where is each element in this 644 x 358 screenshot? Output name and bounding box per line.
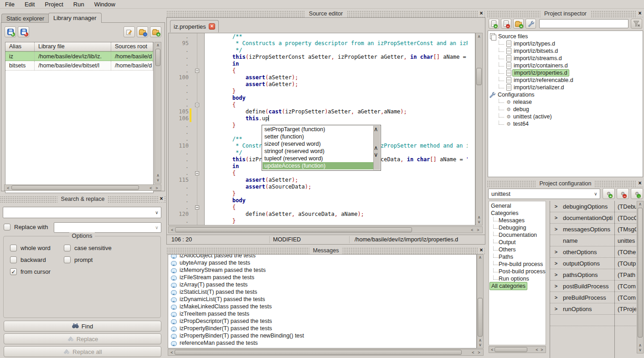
category-item[interactable]: Documentation [491, 231, 546, 239]
expand-arrow-icon[interactable]: > [550, 249, 562, 255]
fold-collapse-icon[interactable] [195, 171, 199, 175]
completion-item[interactable]: updateAccess (function) [263, 162, 373, 169]
property-row[interactable]: >preBuildProcess(TCom [550, 292, 636, 303]
property-row[interactable]: >messagesOptions(TMsgO [550, 224, 636, 235]
library-table-vscroll[interactable]: ∧ ∧∨ [155, 42, 161, 184]
grid-vscroll[interactable]: ∧ ∧∨ [637, 201, 644, 353]
close-icon[interactable]: × [158, 195, 165, 202]
category-item[interactable]: Run options [491, 275, 546, 282]
checkbox[interactable] [10, 245, 17, 251]
property-row[interactable]: >runOptions(TProje [550, 303, 636, 315]
message-item[interactable]: izStaticList(T) passed the tests [168, 288, 476, 296]
editor-vscroll[interactable]: ∧ ∧∨ [475, 33, 483, 225]
tree-node-source-files[interactable]: Source files [490, 33, 528, 40]
menu-item-window[interactable]: Window [89, 1, 120, 8]
remove-library-button[interactable]: − [18, 26, 29, 37]
find-button[interactable]: Find [4, 321, 161, 332]
close-icon[interactable]: × [478, 247, 484, 254]
message-item[interactable]: referenceMan passed the tests [168, 339, 476, 347]
property-row[interactable]: >outputOptions(TOutp [550, 258, 636, 269]
message-item[interactable]: izArray(T) passed the tests [168, 281, 476, 288]
completion-item[interactable]: setPropTarget (function) [263, 126, 373, 133]
expand-arrow-icon[interactable]: > [550, 226, 562, 232]
category-item[interactable]: Others [491, 246, 546, 253]
project-tools-button[interactable] [526, 19, 536, 29]
tree-item-file[interactable]: import/iz/properties.d [496, 69, 567, 77]
edit-library-button[interactable] [124, 26, 135, 37]
configuration-property-grid[interactable]: >debugingOptions(TDebu>documentationOpti… [550, 201, 636, 358]
inspector-filter-input[interactable] [539, 19, 629, 28]
library-table-hscroll[interactable]: < <> [4, 184, 161, 191]
column-header[interactable]: Library file [35, 42, 111, 51]
messages-hscroll[interactable]: < <> [168, 349, 484, 356]
completion-item[interactable]: setter (function) [263, 133, 373, 140]
checkbox[interactable]: ✓ [10, 268, 17, 275]
remove-configuration-button[interactable]: ⚙− [617, 188, 629, 199]
property-row[interactable]: nameunittes [550, 235, 636, 246]
category-item[interactable]: Post-build process [491, 268, 546, 275]
expand-arrow-icon[interactable]: > [550, 295, 562, 300]
editor-tab-iz-properties[interactable]: iz.properties × [170, 20, 219, 32]
close-icon[interactable]: × [637, 10, 643, 17]
message-item[interactable]: izPropertyBinder(T) passed the tests [168, 325, 476, 332]
property-row[interactable]: >pathsOptions(TPath [550, 269, 636, 281]
tree-item-file[interactable]: import/iz/types.d [496, 40, 555, 47]
expand-arrow-icon[interactable]: > [550, 272, 562, 277]
message-item[interactable]: ubyteArray passed the tests [168, 259, 476, 266]
category-item[interactable]: Output [491, 239, 546, 246]
expand-arrow-icon[interactable]: > [550, 306, 562, 312]
category-root[interactable]: Categories [491, 210, 546, 217]
message-item[interactable]: izMakeLinkedClass passed the tests [168, 303, 476, 310]
expand-arrow-icon[interactable]: > [550, 261, 562, 266]
tree-item-file[interactable]: import/iz/bitsets.d [496, 47, 558, 55]
property-row[interactable]: >documentationOpti(TDocO [550, 212, 636, 224]
project-tree[interactable]: Source filesimport/iz/types.dimport/iz/b… [488, 31, 643, 177]
completion-scrollbar[interactable]: ∧ ∧∨ [373, 126, 380, 170]
property-row[interactable]: >debugingOptions(TDebu [550, 201, 636, 212]
category-item[interactable]: Pre-build process [491, 261, 546, 268]
category-item[interactable]: Paths [491, 253, 546, 261]
column-header[interactable]: Alias [5, 42, 35, 51]
add-configuration-button[interactable]: ⚙+ [603, 188, 615, 199]
sync-configuration-button[interactable]: ⚙→ [631, 188, 643, 199]
tree-item-configuration[interactable]: ⚙test64 [496, 120, 529, 128]
checkbox[interactable] [64, 256, 71, 263]
code-editor[interactable]: .95....100....105106...110....115....120… [168, 33, 475, 225]
tab-library-manager[interactable]: Library manager [48, 13, 102, 23]
close-icon[interactable]: × [637, 180, 643, 187]
menu-item-project[interactable]: Project [40, 1, 68, 8]
fold-collapse-icon[interactable] [195, 205, 199, 210]
message-item[interactable]: izMemoryStream passed the tests [168, 266, 476, 274]
view-library-sources-button[interactable]: ◦ [137, 26, 148, 37]
search-term-combobox[interactable]: ∨ [3, 207, 161, 218]
categories-hscroll[interactable]: < <> [489, 346, 546, 353]
completion-item[interactable]: tupleof (reserved word) [263, 155, 373, 162]
property-row[interactable]: >otherOptions(TOthe [550, 246, 636, 258]
tree-item-file[interactable]: import/iz/serializer.d [496, 84, 564, 91]
tab-close-icon[interactable]: × [209, 23, 215, 30]
add-folder-button[interactable]: + [513, 19, 524, 29]
add-sources-folder-button[interactable]: + [150, 26, 161, 37]
table-row[interactable]: bitsets/home/basile/dev/bitset/l/home/ba… [5, 61, 153, 71]
editor-hscroll[interactable]: < <> [168, 226, 483, 233]
fold-collapse-icon[interactable] [195, 69, 199, 73]
messages-list[interactable]: izAllocObject passed the testsubyteArray… [168, 254, 477, 348]
menu-item-edit[interactable]: Edit [20, 1, 40, 8]
message-item[interactable]: izDynamicList(T) passed the tests [168, 296, 476, 303]
menu-item-file[interactable]: File [0, 1, 20, 8]
category-item[interactable]: Messages [491, 217, 546, 224]
tree-item-configuration[interactable]: ⚙unittest (active) [496, 113, 552, 120]
expand-arrow-icon[interactable]: > [550, 215, 562, 220]
replace-with-checkbox[interactable] [4, 224, 10, 230]
option-categories-list[interactable]: GeneralCategoriesMessagesDebuggingDocume… [489, 201, 546, 345]
menu-item-run[interactable]: Run [68, 1, 89, 8]
column-header[interactable]: Sources root [111, 42, 153, 51]
message-item[interactable]: izPropertyBinder(T) passed the newBindin… [168, 332, 476, 339]
property-row[interactable]: >postBuildProcess(TCom [550, 281, 636, 292]
checkbox[interactable] [64, 245, 71, 251]
table-row[interactable]: iz/home/basile/dev/iz/lib/iz./home/basil… [5, 51, 153, 61]
message-item[interactable]: izFileStream passed the tests [168, 274, 476, 281]
remove-file-button[interactable]: − [501, 19, 511, 29]
message-item[interactable]: izAllocObject passed the tests [168, 254, 476, 259]
close-icon[interactable]: × [478, 10, 484, 17]
